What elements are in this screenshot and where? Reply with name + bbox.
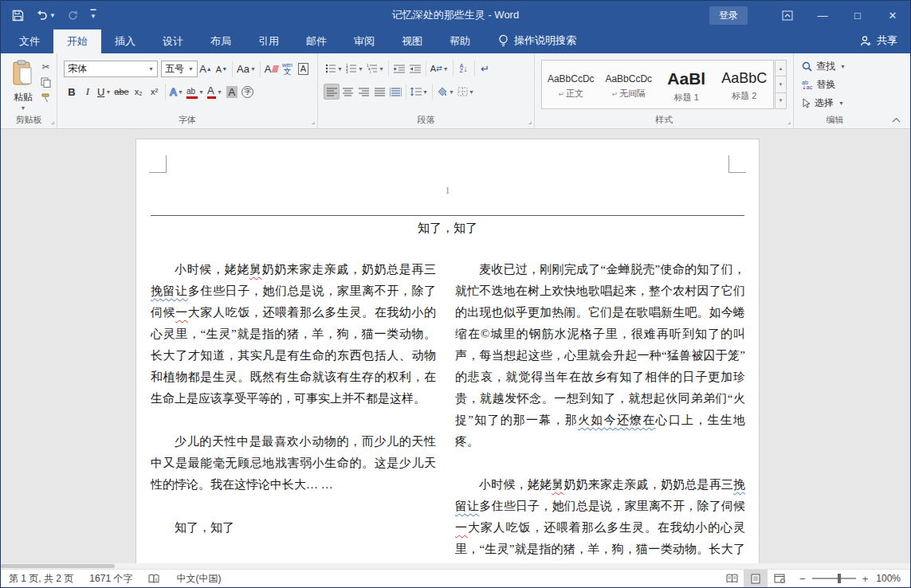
- show-hide-marks-button[interactable]: ↵: [477, 61, 493, 76]
- tab-1[interactable]: 开始: [53, 29, 101, 53]
- phonetic-guide-button[interactable]: wén文: [280, 61, 296, 77]
- style-card-1[interactable]: AaBbCcDc↵无间隔: [600, 61, 658, 108]
- style-card-3[interactable]: AaBbC标题 2: [716, 61, 774, 108]
- distribute-button[interactable]: [387, 84, 403, 100]
- tab-5[interactable]: 引用: [245, 29, 293, 53]
- proofing-status[interactable]: x: [140, 570, 168, 587]
- text-run: 奶奶来家走亲戚，奶奶总是再三: [563, 478, 733, 491]
- paragraph[interactable]: 小时候，姥姥舅奶奶来家走亲戚，奶奶总是再三挽留让多住些日子，她们总是说，家里离不…: [455, 474, 745, 569]
- align-right-button[interactable]: [355, 84, 371, 100]
- select-button[interactable]: 选择▼: [802, 96, 844, 110]
- save-icon[interactable]: [12, 10, 24, 22]
- change-case-button[interactable]: Aa▼: [235, 61, 257, 77]
- styles-scroll-down-icon[interactable]: ▼: [775, 76, 787, 92]
- text-column-left[interactable]: 小时候，姥姥舅奶奶来家走亲戚，奶奶总是再三挽留让多住些日子，她们总是说，家里离不…: [151, 259, 436, 569]
- paste-button[interactable]: 粘贴 ▼: [7, 60, 39, 112]
- font-size-combo[interactable]: 五号▼: [161, 61, 198, 77]
- login-button[interactable]: 登录: [709, 6, 748, 25]
- bold-button[interactable]: B: [64, 84, 80, 100]
- cut-icon[interactable]: ✂: [41, 61, 49, 73]
- maximize-button[interactable]: □: [840, 1, 875, 29]
- font-color-button[interactable]: A▼: [206, 84, 224, 100]
- text-highlight-button[interactable]: ab▼: [185, 84, 206, 100]
- styles-scrollbar[interactable]: ▲ ▼ ▼: [775, 60, 787, 109]
- font-name-combo[interactable]: 宋体▼: [64, 61, 158, 77]
- underline-button[interactable]: U▼: [96, 84, 112, 100]
- tab-0[interactable]: 文件: [6, 29, 53, 53]
- align-left-button[interactable]: [324, 84, 340, 100]
- language-status[interactable]: 中文(中国): [168, 570, 229, 587]
- styles-dialog-launcher[interactable]: ⌟: [787, 118, 791, 125]
- tab-8[interactable]: 视图: [388, 29, 436, 53]
- document-title[interactable]: 知了，知了: [136, 221, 759, 236]
- increase-indent-button[interactable]: [407, 61, 423, 76]
- asian-layout-button[interactable]: A⇄▼: [429, 61, 450, 76]
- bullets-button[interactable]: ▼: [324, 61, 344, 76]
- web-layout-button[interactable]: [768, 570, 791, 587]
- text-column-right[interactable]: 麦收已过，刚刚完成了“金蝉脱壳”使命的知了们，就忙不迭地在树上欢快地歌唱起来，整…: [455, 259, 745, 569]
- paragraph[interactable]: 少儿的天性中是最喜欢小动物的，而少儿的天性中又是最能毫无顾忌地戕害弱小生命的。这…: [151, 431, 436, 496]
- horizontal-scrollbar[interactable]: [1, 563, 910, 569]
- collapse-ribbon-icon[interactable]: [892, 114, 901, 125]
- numbering-button[interactable]: 123▼: [344, 61, 365, 76]
- styles-more-icon[interactable]: ▼: [775, 93, 787, 109]
- style-card-0[interactable]: AaBbCcDc↵正文: [542, 61, 600, 108]
- style-preview: AaBl: [667, 69, 705, 88]
- superscript-button[interactable]: x²: [147, 84, 163, 100]
- paragraph[interactable]: 知了，知了: [151, 517, 436, 539]
- line-spacing-button[interactable]: ▼: [409, 84, 430, 100]
- justify-button[interactable]: [371, 84, 387, 100]
- print-layout-button[interactable]: [744, 570, 768, 587]
- format-painter-icon[interactable]: [41, 92, 51, 103]
- italic-button[interactable]: I: [80, 84, 96, 100]
- paragraph-dialog-launcher[interactable]: ⌟: [528, 118, 532, 125]
- multilevel-list-button[interactable]: 1ai▼: [365, 61, 386, 76]
- find-button[interactable]: 查找▼: [802, 60, 846, 73]
- tell-me-search[interactable]: 操作说明搜索: [498, 33, 576, 53]
- page-info[interactable]: 第 1 页, 共 2 页: [1, 570, 81, 587]
- zoom-slider-thumb[interactable]: [838, 574, 841, 583]
- tab-2[interactable]: 插入: [101, 29, 149, 53]
- close-button[interactable]: ✕: [875, 1, 910, 29]
- strikethrough-button[interactable]: abe: [112, 84, 130, 100]
- shading-button[interactable]: ▼: [435, 84, 456, 100]
- horizontal-scrollbar-thumb[interactable]: [1, 564, 115, 568]
- paragraph[interactable]: 麦收已过，刚刚完成了“金蝉脱壳”使命的知了们，就忙不迭地在树上欢快地歌唱起来，整…: [455, 259, 745, 453]
- shrink-font-button[interactable]: A▼: [214, 61, 230, 77]
- borders-button[interactable]: ▼: [456, 84, 476, 100]
- zoom-in-button[interactable]: +: [862, 573, 869, 585]
- grow-font-button[interactable]: A▲: [198, 61, 214, 77]
- document-page[interactable]: 1 知了，知了 小时候，姥姥舅奶奶来家走亲戚，奶奶总是再三挽留让多住些日子，她们…: [135, 139, 760, 569]
- zoom-level[interactable]: 100%: [876, 573, 910, 584]
- minimize-button[interactable]: —: [805, 1, 840, 29]
- zoom-slider[interactable]: [812, 578, 856, 579]
- tab-9[interactable]: 帮助: [436, 29, 484, 53]
- enclose-characters-button[interactable]: 字: [240, 84, 256, 100]
- clear-formatting-button[interactable]: A: [263, 61, 280, 77]
- ribbon-display-options-button[interactable]: [770, 1, 805, 29]
- font-dialog-launcher[interactable]: ⌟: [312, 118, 315, 125]
- decrease-indent-button[interactable]: [391, 61, 407, 76]
- tab-6[interactable]: 邮件: [293, 29, 340, 53]
- styles-scroll-up-icon[interactable]: ▲: [775, 60, 787, 76]
- replace-button[interactable]: ab⇣ac 替换: [802, 78, 835, 92]
- sort-button[interactable]: AZ↓: [456, 61, 472, 76]
- clipboard-dialog-launcher[interactable]: ⌟: [51, 118, 54, 125]
- tab-4[interactable]: 布局: [197, 29, 245, 53]
- word-count[interactable]: 1671 个字: [81, 570, 140, 587]
- character-shading-button[interactable]: A: [224, 84, 240, 100]
- zoom-out-button[interactable]: −: [799, 573, 806, 585]
- paragraph[interactable]: 小时候，姥姥舅奶奶来家走亲戚，奶奶总是再三挽留让多住些日子，她们总是说，家里离不…: [151, 259, 436, 410]
- text-effects-button[interactable]: A▼: [168, 84, 185, 100]
- copy-icon[interactable]: [41, 77, 51, 88]
- undo-icon[interactable]: ▼: [35, 10, 56, 21]
- align-center-button[interactable]: [340, 84, 355, 100]
- share-button[interactable]: 共享: [860, 33, 910, 53]
- read-mode-button[interactable]: [720, 570, 744, 587]
- customize-qat-icon[interactable]: ▔▼: [90, 12, 96, 18]
- tab-7[interactable]: 审阅: [340, 29, 388, 53]
- tab-3[interactable]: 设计: [149, 29, 197, 53]
- style-card-2[interactable]: AaBl标题 1: [658, 61, 716, 108]
- character-border-button[interactable]: A: [296, 61, 312, 77]
- subscript-button[interactable]: x₂: [131, 84, 147, 100]
